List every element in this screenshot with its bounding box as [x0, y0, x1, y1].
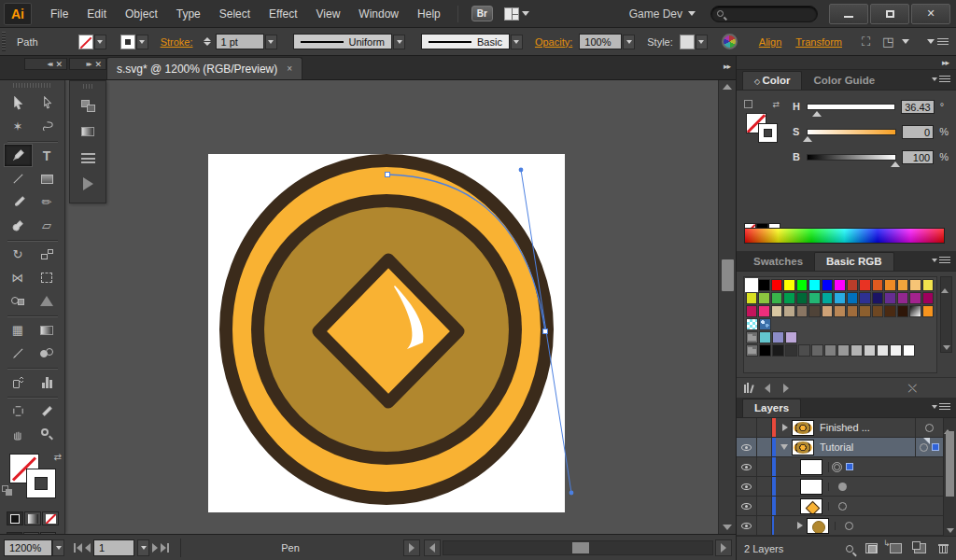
rectangle-tool[interactable] [33, 167, 62, 190]
tab-basic-rgb[interactable]: Basic RGB [814, 252, 893, 271]
slice-tool[interactable] [33, 399, 62, 423]
expand-toggle[interactable] [776, 424, 788, 431]
close-icon[interactable]: ✕ [94, 60, 102, 69]
style-picker[interactable] [680, 35, 708, 49]
fill-stroke-indicator[interactable]: ⇄ [744, 100, 781, 143]
close-icon[interactable]: ✕ [55, 60, 63, 69]
visibility-toggle[interactable] [737, 477, 757, 496]
stroke-weight-stepper[interactable] [204, 37, 211, 46]
swatch[interactable] [909, 279, 921, 291]
scroll-up-icon[interactable] [941, 277, 949, 293]
type-tool[interactable]: T [33, 144, 62, 167]
fill-stroke-indicator[interactable]: ⇄ [2, 452, 63, 506]
swatch[interactable] [783, 279, 794, 291]
swatch[interactable] [785, 344, 797, 357]
swatch[interactable] [822, 279, 833, 291]
canvas[interactable]: ✶T✏▱↻⋈▦ ⇄ [0, 80, 736, 534]
visibility-toggle[interactable] [737, 457, 757, 476]
menu-item-window[interactable]: Window [349, 4, 408, 24]
symbol-sprayer-tool[interactable] [4, 371, 33, 394]
swatch[interactable] [847, 279, 858, 291]
layer-target[interactable] [828, 462, 856, 472]
panel-menu-icon[interactable] [932, 76, 950, 83]
swatch[interactable] [758, 292, 769, 304]
swatch[interactable] [785, 331, 797, 343]
swatch[interactable] [834, 292, 845, 304]
swatch[interactable] [922, 279, 934, 291]
blend-tool[interactable] [33, 342, 62, 365]
clipping-mask-icon[interactable] [865, 543, 878, 553]
layer-target[interactable] [828, 502, 856, 511]
lock-toggle[interactable] [757, 497, 772, 515]
menu-item-file[interactable]: File [41, 4, 77, 24]
swatch[interactable] [897, 305, 908, 317]
layer-thumbnail[interactable] [800, 459, 822, 475]
visibility-toggle[interactable] [737, 438, 757, 456]
menu-item-effect[interactable]: Effect [260, 4, 306, 24]
layer-name[interactable] [835, 522, 943, 530]
gradient-mode-button[interactable] [24, 511, 41, 525]
paintbrush-tool[interactable] [4, 190, 33, 214]
scroll-right-icon[interactable] [715, 539, 732, 556]
selection-tool[interactable] [4, 91, 33, 115]
panel-grip[interactable] [83, 84, 92, 89]
swatch[interactable] [746, 292, 757, 304]
layer-name[interactable]: Finished ... [820, 422, 915, 433]
align-panel-link[interactable]: Align [759, 36, 781, 48]
tab-swatches[interactable]: Swatches [742, 253, 814, 271]
lock-toggle[interactable] [757, 516, 772, 535]
swatch[interactable] [758, 279, 769, 291]
pencil-tool[interactable]: ✏ [33, 190, 62, 214]
layer-row[interactable]: Finished ... [737, 418, 943, 438]
magic-wand-tool[interactable]: ✶ [4, 115, 33, 138]
swatch[interactable] [783, 305, 794, 317]
swatch[interactable] [847, 292, 858, 304]
swatch[interactable] [859, 279, 870, 291]
swatch[interactable] [837, 344, 850, 357]
maximize-button[interactable] [870, 4, 909, 24]
swatches-scrollbar[interactable] [940, 276, 952, 353]
previous-artboard-button[interactable] [85, 543, 91, 553]
swatch[interactable] [909, 292, 921, 304]
lasso-tool[interactable] [33, 115, 62, 138]
swatch[interactable] [851, 344, 863, 357]
menu-item-type[interactable]: Type [167, 4, 210, 24]
control-panel-menu[interactable] [927, 38, 949, 46]
swatch[interactable] [771, 279, 782, 291]
blob-brush-tool[interactable] [4, 214, 33, 237]
expand-toggle[interactable] [776, 444, 788, 450]
rotate-tool[interactable]: ↻ [4, 243, 33, 266]
collapse-dock-icon[interactable]: ▸▸ [724, 62, 730, 71]
panel-menu-icon[interactable] [932, 403, 950, 411]
close-tab-icon[interactable]: × [287, 63, 292, 74]
eyedropper-tool[interactable] [4, 342, 33, 365]
layer-thumbnail[interactable] [792, 440, 814, 455]
actions-play-icon[interactable] [70, 171, 105, 197]
swatch[interactable] [822, 305, 833, 317]
stroke-weight-select[interactable]: 1 pt [216, 34, 277, 49]
swatch[interactable] [746, 279, 757, 291]
lock-toggle[interactable] [757, 418, 772, 437]
layer-name[interactable]: Tutorial [820, 441, 915, 453]
perspective-grid-tool[interactable] [33, 289, 62, 313]
opacity-select[interactable]: 100% [579, 34, 635, 49]
zoom-tool[interactable] [33, 423, 62, 446]
swatch[interactable] [808, 305, 820, 317]
layer-target[interactable] [835, 522, 863, 530]
layer-name[interactable] [828, 502, 943, 511]
scrollbar-thumb[interactable] [572, 542, 589, 553]
brush-definition-select[interactable]: Basic [421, 34, 523, 49]
scale-tool[interactable] [33, 243, 62, 266]
tools-panel-header[interactable]: ◂◂✕ [24, 58, 67, 70]
collapse-dock-icon[interactable]: ▸▸ [737, 56, 956, 70]
tab-color[interactable]: ◇ Color [742, 71, 802, 90]
menu-item-edit[interactable]: Edit [77, 4, 116, 24]
scrollbar-thumb[interactable] [946, 431, 954, 497]
minimize-button[interactable] [829, 4, 868, 24]
close-button[interactable]: ✕ [911, 4, 950, 24]
swatch[interactable] [772, 344, 784, 357]
zoom-level-select[interactable]: 1200% [4, 539, 64, 556]
swatch[interactable] [859, 292, 870, 304]
swatch[interactable] [798, 344, 810, 357]
color-mode-button[interactable] [7, 511, 23, 525]
